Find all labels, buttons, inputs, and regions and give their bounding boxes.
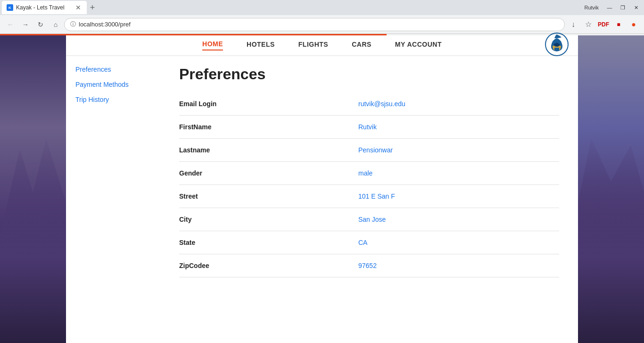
title-bar: K Kayak - Lets Travel ✕ + Rutvik — ❐ ✕ <box>0 0 644 15</box>
pref-label-email-login: Email Login <box>179 100 264 108</box>
pref-label-zipcode: ZipCodee <box>179 262 264 269</box>
svg-point-2 <box>554 43 560 47</box>
sidebar: Preferences Payment Methods Trip History <box>75 66 170 334</box>
pref-row-email-login: Email Loginrutvik@sjsu.edu <box>179 92 559 116</box>
sidebar-link-payment-methods[interactable]: Payment Methods <box>75 81 170 88</box>
browser-tab[interactable]: K Kayak - Lets Travel ✕ <box>2 1 87 14</box>
left-mountain-panel <box>0 35 66 343</box>
nav-items: HOME HOTELS FLIGHTS CARS MY ACCOUNT <box>202 40 442 50</box>
pref-row-state: StateCA <box>179 231 559 254</box>
new-tab-button[interactable]: + <box>87 2 98 13</box>
tab-favicon: K <box>7 4 13 11</box>
bookmark-icon[interactable]: ☆ <box>582 18 595 31</box>
pref-row-lastname: LastnamePensionwar <box>179 139 559 162</box>
ext-icon[interactable]: ■ <box>612 18 625 31</box>
user-label: Rutvik <box>584 5 599 10</box>
toolbar-actions: ↓ ☆ PDF ■ ● <box>567 18 640 31</box>
content-area: Preferences Payment Methods Trip History… <box>66 56 578 343</box>
main-panel: Preferences Email Loginrutvik@sjsu.eduFi… <box>170 66 569 334</box>
pref-value-city: San Jose <box>264 216 559 223</box>
reload-button[interactable]: ↻ <box>34 18 47 31</box>
back-button[interactable]: ← <box>4 18 17 31</box>
sidebar-link-trip-history[interactable]: Trip History <box>75 96 170 103</box>
pref-label-firstname: FirstName <box>179 123 264 131</box>
browser-chrome: K Kayak - Lets Travel ✕ + Rutvik — ❐ ✕ ←… <box>0 0 644 35</box>
tab-title: Kayak - Lets Travel <box>16 4 65 11</box>
address-bar[interactable]: ⓘ localhost:3000/pref <box>64 18 565 31</box>
browser-toolbar: ← → ↻ ⌂ ⓘ localhost:3000/pref ↓ ☆ PDF ■ … <box>0 15 644 34</box>
maximize-button[interactable]: ❐ <box>617 3 629 12</box>
sidebar-link-preferences[interactable]: Preferences <box>75 66 170 73</box>
url-text: localhost:3000/pref <box>79 21 131 28</box>
pref-value-firstname: Rutvik <box>264 123 559 131</box>
forward-button[interactable]: → <box>19 18 32 31</box>
nav-item-home[interactable]: HOME <box>202 40 223 50</box>
page-wrapper: HOME HOTELS FLIGHTS CARS MY ACCOUNT <box>0 35 644 343</box>
nav-item-hotels[interactable]: HOTELS <box>247 41 275 50</box>
secure-icon: ⓘ <box>70 20 76 28</box>
pref-value-email-login: rutvik@sjsu.edu <box>264 100 559 108</box>
page-title: Preferences <box>179 66 559 83</box>
pref-row-gender: Gendermale <box>179 162 559 185</box>
pref-label-city: City <box>179 216 264 223</box>
minimize-button[interactable]: — <box>603 3 616 12</box>
nav-bar: HOME HOTELS FLIGHTS CARS MY ACCOUNT <box>66 35 578 56</box>
main-content: HOME HOTELS FLIGHTS CARS MY ACCOUNT <box>66 35 578 343</box>
logo-svg <box>545 33 569 56</box>
pref-label-street: Street <box>179 192 264 200</box>
pref-value-zipcode: 97652 <box>264 262 559 269</box>
pref-value-gender: male <box>264 169 559 177</box>
right-mountain-panel <box>578 35 644 343</box>
pref-row-zipcode: ZipCodee97652 <box>179 254 559 277</box>
pref-row-street: Street101 E San F <box>179 185 559 208</box>
nav-item-my-account[interactable]: MY ACCOUNT <box>395 41 442 50</box>
pref-row-firstname: FirstNameRutvik <box>179 116 559 139</box>
pref-value-state: CA <box>264 239 559 246</box>
close-button[interactable]: ✕ <box>630 3 642 12</box>
window-controls: Rutvik — ❐ ✕ <box>584 3 642 12</box>
pdf-icon[interactable]: PDF <box>597 18 610 31</box>
pref-label-gender: Gender <box>179 169 264 177</box>
preferences-table: Email Loginrutvik@sjsu.eduFirstNameRutvi… <box>179 92 559 277</box>
logo <box>545 33 569 58</box>
nav-item-flights[interactable]: FLIGHTS <box>298 41 328 50</box>
pref-value-lastname: Pensionwar <box>264 146 559 154</box>
pref-value-street: 101 E San F <box>264 192 559 200</box>
alert-icon[interactable]: ● <box>627 18 640 31</box>
tab-close-button[interactable]: ✕ <box>74 4 82 11</box>
home-button[interactable]: ⌂ <box>49 18 62 31</box>
pref-label-state: State <box>179 239 264 246</box>
pref-label-lastname: Lastname <box>179 146 264 154</box>
pref-row-city: CitySan Jose <box>179 208 559 231</box>
downloads-icon[interactable]: ↓ <box>567 18 580 31</box>
nav-item-cars[interactable]: CARS <box>352 41 372 50</box>
